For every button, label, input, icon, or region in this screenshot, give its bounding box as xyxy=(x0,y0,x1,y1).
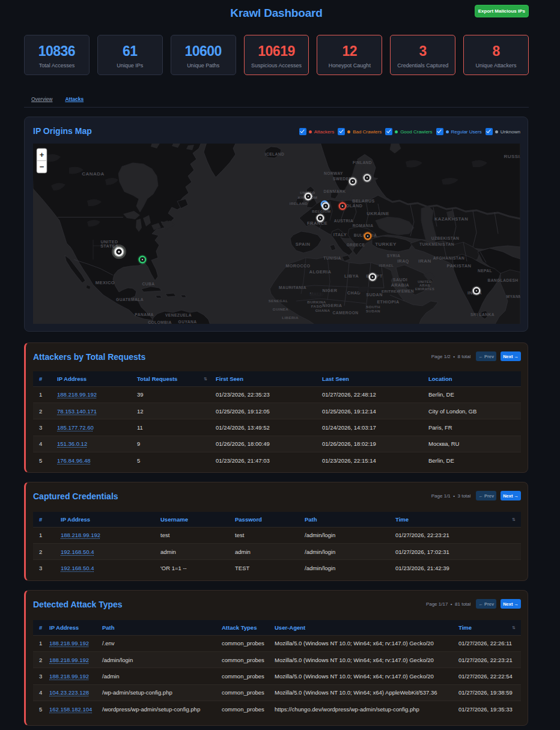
svg-text:GUYANA: GUYANA xyxy=(178,320,197,324)
svg-text:EMIRATES: EMIRATES xyxy=(415,287,434,291)
svg-text:YEMEN: YEMEN xyxy=(398,289,414,293)
svg-text:GHANA: GHANA xyxy=(315,308,330,312)
svg-text:GUINEA: GUINEA xyxy=(273,307,289,311)
svg-text:MEXICO: MEXICO xyxy=(96,280,115,285)
svg-text:COLOMBIA: COLOMBIA xyxy=(148,320,172,324)
svg-text:LIBERIA: LIBERIA xyxy=(282,315,299,320)
svg-text:AFGHANISTAN: AFGHANISTAN xyxy=(433,256,465,260)
svg-text:BANGLADESH: BANGLADESH xyxy=(487,278,518,282)
svg-text:RUSSIA: RUSSIA xyxy=(504,154,520,159)
svg-text:MAURITANIA: MAURITANIA xyxy=(279,285,306,290)
svg-text:CUBA: CUBA xyxy=(142,282,155,286)
svg-text:UZBEKISTAN: UZBEKISTAN xyxy=(431,236,460,240)
svg-text:CAMEROON: CAMEROON xyxy=(333,311,359,315)
svg-text:FASO: FASO xyxy=(311,304,322,308)
svg-text:−: − xyxy=(40,162,44,171)
svg-text:DENMARK: DENMARK xyxy=(324,189,346,193)
svg-text:SENEGAL: SENEGAL xyxy=(269,299,288,303)
svg-text:BELARUS: BELARUS xyxy=(352,198,375,204)
svg-text:ETHIOPIA: ETHIOPIA xyxy=(377,299,399,305)
svg-text:ITALY: ITALY xyxy=(333,232,347,237)
svg-text:IRAN: IRAN xyxy=(418,258,431,264)
svg-text:UKRAINE: UKRAINE xyxy=(367,211,389,216)
svg-text:+: + xyxy=(40,150,44,159)
svg-text:GREECE: GREECE xyxy=(347,243,365,247)
svg-text:ALGERIA: ALGERIA xyxy=(309,269,332,275)
svg-text:SUDAN: SUDAN xyxy=(366,309,380,313)
svg-text:AUSTRIA: AUSTRIA xyxy=(334,219,354,223)
svg-text:PAKISTAN: PAKISTAN xyxy=(447,263,472,269)
svg-text:SYRIA: SYRIA xyxy=(387,254,400,258)
svg-text:ROMANIA: ROMANIA xyxy=(353,224,374,228)
svg-text:GUATEMALA: GUATEMALA xyxy=(116,297,144,302)
svg-text:SPAIN: SPAIN xyxy=(296,242,311,247)
svg-text:ICELAND: ICELAND xyxy=(265,152,285,156)
svg-text:VENEZUELA: VENEZUELA xyxy=(165,313,192,317)
svg-text:IRELAND: IRELAND xyxy=(290,201,308,205)
svg-text:SUDAN: SUDAN xyxy=(366,292,383,297)
svg-text:MOROCCO: MOROCCO xyxy=(285,263,310,269)
svg-text:TUNISIA: TUNISIA xyxy=(323,256,341,260)
svg-text:NIGER: NIGER xyxy=(323,288,338,293)
svg-text:NEPAL: NEPAL xyxy=(478,269,492,273)
svg-text:SOUTH: SOUTH xyxy=(366,305,380,309)
svg-text:ARABIA: ARABIA xyxy=(391,282,409,288)
svg-text:ERITREA: ERITREA xyxy=(382,289,400,293)
svg-text:CANADA: CANADA xyxy=(82,171,104,177)
svg-text:SRI LANKA: SRI LANKA xyxy=(470,312,495,317)
svg-text:NIGERIA: NIGERIA xyxy=(323,303,342,308)
svg-text:IRAQ: IRAQ xyxy=(397,258,409,264)
svg-text:MYANMAR: MYANMAR xyxy=(506,294,520,299)
svg-text:FINLAND: FINLAND xyxy=(353,160,372,165)
svg-text:TURKEY: TURKEY xyxy=(375,242,397,247)
svg-text:NORWAY: NORWAY xyxy=(324,171,343,175)
svg-text:SAUDI: SAUDI xyxy=(393,277,407,282)
svg-text:TURKMENISTAN: TURKMENISTAN xyxy=(419,242,454,246)
svg-text:LIBYA: LIBYA xyxy=(344,273,359,279)
svg-text:ISRAEL: ISRAEL xyxy=(379,263,394,267)
svg-text:PANAMA: PANAMA xyxy=(135,312,153,317)
svg-text:KAZAKHSTAN: KAZAKHSTAN xyxy=(434,216,468,222)
